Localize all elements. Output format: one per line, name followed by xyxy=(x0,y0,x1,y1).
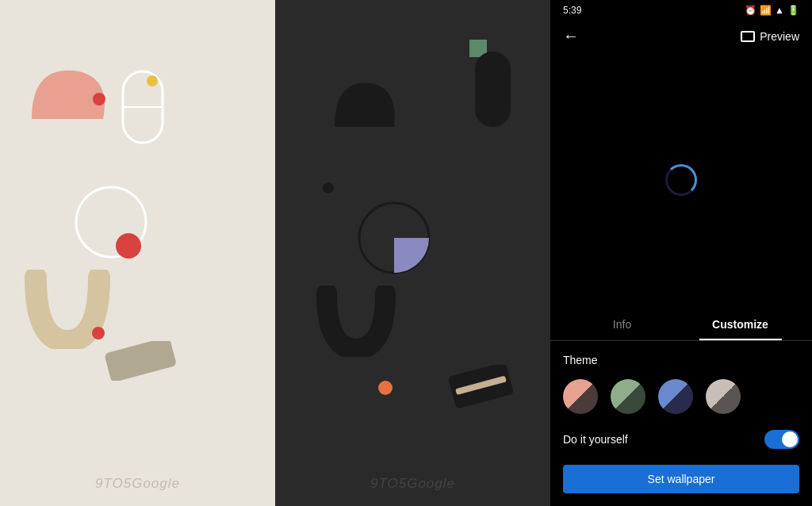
svg-rect-7 xyxy=(475,52,511,127)
svg-point-5 xyxy=(92,327,105,339)
diy-row: Do it yourself xyxy=(563,430,799,449)
back-button[interactable]: ← xyxy=(563,27,579,45)
status-bar: 5:39 ⏰ 📶 ▲ 🔋 xyxy=(550,0,812,21)
light-wallpaper-panel: 9TO5Google xyxy=(0,0,275,506)
swatch-green-dark[interactable] xyxy=(611,379,645,414)
diy-toggle[interactable] xyxy=(764,430,799,449)
battery-icon: 🔋 xyxy=(787,5,799,16)
preview-label: Preview xyxy=(760,30,799,43)
phone-panel: 5:39 ⏰ 📶 ▲ 🔋 ← Preview Info Customize Th… xyxy=(550,0,812,506)
diy-label: Do it yourself xyxy=(563,433,628,446)
theme-section-title: Theme xyxy=(563,354,799,366)
svg-point-0 xyxy=(93,93,105,105)
swatch-neutral[interactable] xyxy=(706,379,741,414)
preview-icon xyxy=(741,31,755,42)
time: 5:39 xyxy=(563,5,581,16)
dark-wallpaper-panel: 9TO5Google xyxy=(275,0,550,506)
preview-area xyxy=(550,52,812,309)
alarm-icon: ⏰ xyxy=(745,5,756,16)
wifi-icon: 📶 xyxy=(760,5,772,16)
dark-watermark: 9TO5Google xyxy=(370,475,455,492)
swatch-blue-dark[interactable] xyxy=(658,379,693,414)
theme-swatches xyxy=(563,379,799,414)
light-watermark: 9TO5Google xyxy=(95,475,180,492)
tab-customize[interactable]: Customize xyxy=(681,309,799,340)
preview-button[interactable]: Preview xyxy=(741,30,799,43)
svg-rect-6 xyxy=(104,341,177,381)
tab-bar: Info Customize xyxy=(550,309,812,341)
svg-point-4 xyxy=(116,233,141,259)
customize-panel: Theme Do it yourself Set wallpaper xyxy=(550,341,812,506)
top-nav: ← Preview xyxy=(550,21,812,52)
set-wallpaper-button[interactable]: Set wallpaper xyxy=(563,465,799,493)
status-icons: ⏰ 📶 ▲ 🔋 xyxy=(745,5,799,16)
swatch-warm-light[interactable] xyxy=(563,379,598,414)
loading-spinner xyxy=(665,164,697,196)
signal-icon: ▲ xyxy=(775,5,784,16)
tab-info[interactable]: Info xyxy=(563,309,681,340)
